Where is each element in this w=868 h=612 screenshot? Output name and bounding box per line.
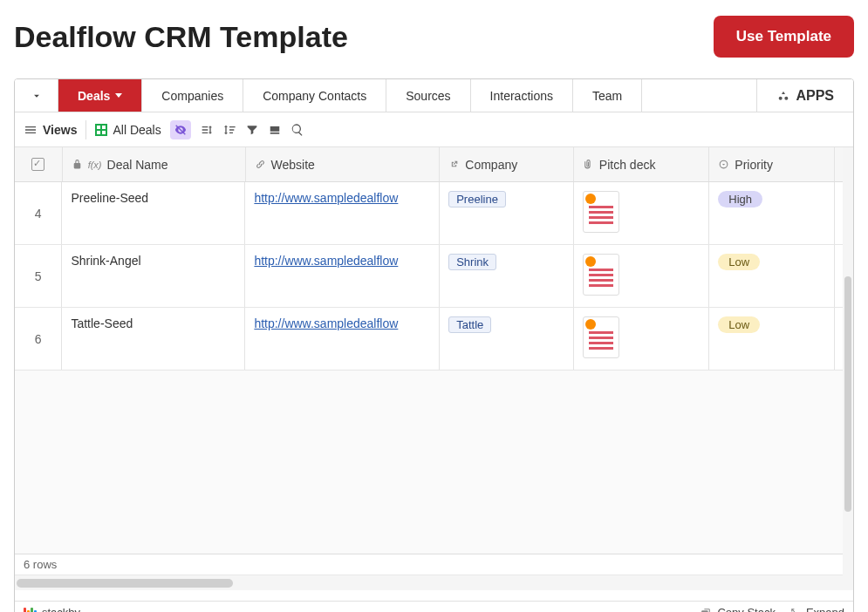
tab-apps[interactable]: APPS xyxy=(756,79,853,112)
expand-icon xyxy=(789,607,801,612)
col-company[interactable]: Company xyxy=(440,147,574,181)
cell-deal-name[interactable]: Tattle-Seed xyxy=(62,308,245,370)
cell-company[interactable]: Preeline xyxy=(440,182,574,244)
relation-icon xyxy=(448,159,460,170)
horizontal-scrollbar[interactable] xyxy=(15,575,853,590)
use-template-button[interactable]: Use Template xyxy=(714,16,854,58)
sort-icon[interactable] xyxy=(222,123,236,137)
cell-pitch-deck[interactable] xyxy=(574,308,710,370)
col-pitch-deck[interactable]: Pitch deck xyxy=(574,147,710,181)
tab-bar: Deals Companies Company Contacts Sources… xyxy=(15,79,853,112)
link-icon xyxy=(255,159,266,170)
column-label: Pitch deck xyxy=(599,158,656,172)
tab-label: Deals xyxy=(78,89,110,103)
scrollbar-thumb[interactable] xyxy=(17,579,233,588)
tab-interactions[interactable]: Interactions xyxy=(471,79,573,112)
cell-priority[interactable]: High xyxy=(709,182,835,244)
table-header: f(x) Deal Name Website Company Pitch dec… xyxy=(15,147,853,182)
tab-company-contacts[interactable]: Company Contacts xyxy=(243,79,386,112)
svg-point-1 xyxy=(785,96,789,99)
table-row[interactable]: 5Shrink-Angelhttp://www.sampledealflowSh… xyxy=(15,245,853,308)
divider xyxy=(85,120,86,139)
row-number: 5 xyxy=(15,245,62,307)
svg-rect-3 xyxy=(270,132,279,133)
website-link[interactable]: http://www.sampledealflow xyxy=(254,191,398,205)
column-label: Website xyxy=(271,158,315,172)
cell-priority[interactable]: Low xyxy=(709,245,835,307)
formula-icon: f(x) xyxy=(88,160,102,170)
priority-pill: Low xyxy=(718,316,760,333)
caret-icon xyxy=(115,93,122,98)
row-count-bar: 6 rows xyxy=(15,554,853,575)
cell-company[interactable]: Shrink xyxy=(440,245,574,307)
svg-point-0 xyxy=(779,96,783,99)
footer-bar: stackby Copy Stack Expand xyxy=(15,601,853,612)
tab-deals[interactable]: Deals xyxy=(58,79,142,112)
cell-pitch-deck[interactable] xyxy=(574,245,710,307)
color-icon[interactable] xyxy=(268,124,282,136)
column-label: Priority xyxy=(735,158,773,172)
lock-icon xyxy=(72,159,83,170)
svg-rect-2 xyxy=(270,126,279,131)
chevron-down-icon xyxy=(31,90,43,102)
tab-team[interactable]: Team xyxy=(573,79,642,112)
views-button[interactable]: Views xyxy=(24,123,77,137)
cell-deal-name[interactable]: Shrink-Angel xyxy=(62,245,245,307)
col-select-all[interactable] xyxy=(15,147,63,181)
tab-label: Team xyxy=(592,89,622,103)
vertical-scrollbar[interactable] xyxy=(843,147,853,585)
company-tag[interactable]: Tattle xyxy=(448,316,491,333)
table-row[interactable]: 6Tattle-Seedhttp://www.sampledealflowTat… xyxy=(15,308,853,371)
select-icon xyxy=(718,159,729,170)
search-icon[interactable] xyxy=(290,123,304,137)
data-grid: f(x) Deal Name Website Company Pitch dec… xyxy=(15,147,853,601)
col-priority[interactable]: Priority xyxy=(709,147,835,181)
attachment-thumbnail[interactable] xyxy=(583,191,619,233)
eye-off-icon xyxy=(174,123,188,137)
tab-menu-button[interactable] xyxy=(15,79,58,112)
tab-sources[interactable]: Sources xyxy=(386,79,470,112)
app-frame: Deals Companies Company Contacts Sources… xyxy=(14,78,854,612)
company-tag[interactable]: Shrink xyxy=(448,254,496,270)
cell-company[interactable]: Tattle xyxy=(440,308,574,370)
checkbox-icon xyxy=(31,158,44,171)
expand-button[interactable]: Expand xyxy=(789,606,844,612)
copy-stack-button[interactable]: Copy Stack xyxy=(701,606,775,612)
cell-priority[interactable]: Low xyxy=(709,308,835,370)
attachment-thumbnail[interactable] xyxy=(583,316,619,358)
hide-fields-button[interactable] xyxy=(170,120,191,139)
filter-icon[interactable] xyxy=(245,123,259,137)
company-tag[interactable]: Preeline xyxy=(448,191,506,207)
page-title: Dealflow CRM Template xyxy=(14,20,348,54)
view-name: All Deals xyxy=(113,123,161,137)
column-label: Deal Name xyxy=(107,158,168,172)
attachment-thumbnail[interactable] xyxy=(583,254,619,296)
grid-icon xyxy=(95,124,107,136)
grid-empty-space xyxy=(15,371,853,554)
attachment-icon xyxy=(583,159,594,170)
website-link[interactable]: http://www.sampledealflow xyxy=(254,316,398,330)
table-row[interactable]: 4Preeline-Seedhttp://www.sampledealflowP… xyxy=(15,182,853,245)
tab-label: Company Contacts xyxy=(263,89,366,103)
website-link[interactable]: http://www.sampledealflow xyxy=(254,254,398,268)
col-deal-name[interactable]: f(x) Deal Name xyxy=(63,147,246,181)
col-website[interactable]: Website xyxy=(246,147,441,181)
row-height-icon[interactable] xyxy=(200,123,214,137)
cell-deal-name[interactable]: Preeline-Seed xyxy=(62,182,245,244)
scrollbar-thumb[interactable] xyxy=(844,276,851,512)
cell-website[interactable]: http://www.sampledealflow xyxy=(245,245,440,307)
stackby-logo-icon xyxy=(24,608,37,613)
tab-label: Sources xyxy=(406,89,450,103)
copy-icon xyxy=(701,607,712,612)
tab-label: Interactions xyxy=(490,89,553,103)
priority-pill: Low xyxy=(718,254,760,270)
button-label: Copy Stack xyxy=(717,606,775,612)
tab-companies[interactable]: Companies xyxy=(142,79,243,112)
menu-icon xyxy=(24,123,38,137)
cell-website[interactable]: http://www.sampledealflow xyxy=(245,308,440,370)
apps-icon xyxy=(776,89,790,103)
cell-website[interactable]: http://www.sampledealflow xyxy=(245,182,440,244)
view-toolbar: Views All Deals xyxy=(15,112,853,147)
cell-pitch-deck[interactable] xyxy=(574,182,710,244)
current-view[interactable]: All Deals xyxy=(95,123,161,137)
